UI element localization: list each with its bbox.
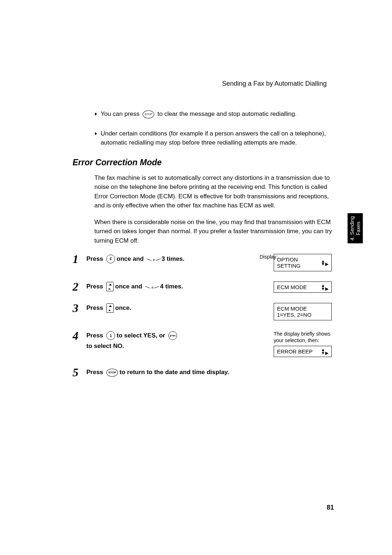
step-instruction: Press F once and # 3 times. xyxy=(86,254,274,264)
step-row: 3 Press once. ECM MODE 1=YES, 2=NO xyxy=(73,303,334,320)
step-text: once and xyxy=(115,281,142,292)
nav-arrows-icon: ▲▼▶ xyxy=(321,284,328,290)
section-title: Error Correction Mode xyxy=(73,158,334,167)
side-tab: 4. SendingFaxes xyxy=(348,213,363,243)
step-text: once. xyxy=(115,303,131,313)
bullet-list: ♦ You can press STOP to clear the messag… xyxy=(94,109,334,147)
bullet-item: ♦ You can press STOP to clear the messag… xyxy=(94,109,334,119)
arrow-key-icon xyxy=(106,282,114,291)
step-number: 5 xyxy=(73,366,86,378)
display-label: Display: xyxy=(260,254,278,260)
step-instruction: Press 1 to select YES, or 2ABC to select… xyxy=(86,331,195,352)
step-row: 5 Press STOP to return to the date and t… xyxy=(73,367,334,378)
steps-list: 1 Press F once and # 3 times. Display: O… xyxy=(73,254,334,378)
body-paragraph: The fax machine is set to automatically … xyxy=(94,173,334,210)
display-text: ECM MODE xyxy=(277,284,307,290)
step-instruction: Press STOP to return to the date and tim… xyxy=(86,367,334,378)
body-paragraph: When there is considerable noise on the … xyxy=(94,218,334,246)
display-text: OPTION SETTING xyxy=(277,256,321,269)
display-text: ERROR BEEP xyxy=(277,348,313,355)
section-header: Sending a Fax by Automatic Dialling xyxy=(73,80,334,88)
step-instruction: Press once. xyxy=(86,303,274,313)
step-instruction: Press once and # 4 times. xyxy=(86,281,274,292)
display-screen: ECM MODE ▲▼▶ xyxy=(274,281,332,293)
f-key-icon: F xyxy=(106,255,115,263)
step-text: Press xyxy=(86,303,103,313)
bullet-item: ♦ Under certain conditions (for example … xyxy=(94,129,334,147)
display-text: ECM MODE xyxy=(277,305,307,312)
arrow-key-icon xyxy=(106,303,114,313)
step-text: Press xyxy=(86,281,103,292)
step-text: Press xyxy=(86,367,103,378)
step-number: 3 xyxy=(73,302,86,314)
step-row: 1 Press F once and # 3 times. Display: O… xyxy=(73,254,334,271)
bullet-text: Under certain conditions (for example if… xyxy=(101,129,334,147)
one-key-icon: 1 xyxy=(106,331,115,340)
step-text: 4 times. xyxy=(160,281,183,292)
two-key-icon: 2ABC xyxy=(168,331,177,340)
hash-key-icon: # xyxy=(147,254,160,264)
hash-key-icon: # xyxy=(145,282,159,291)
display-screen: ECM MODE 1=YES, 2=NO xyxy=(274,303,332,320)
page-number: 81 xyxy=(327,504,334,511)
step-text: once and xyxy=(117,254,144,264)
step-text: 3 times. xyxy=(162,254,184,264)
stop-icon: STOP xyxy=(143,110,154,118)
bullet-text-pre: You can press xyxy=(101,110,141,117)
step-number: 4 xyxy=(73,330,86,341)
step-text: Press xyxy=(86,254,103,264)
step-row: 4 Press 1 to select YES, or 2ABC to sele… xyxy=(73,331,334,357)
bullet-icon: ♦ xyxy=(94,130,97,137)
step-text: to return to the date and time display. xyxy=(119,367,229,378)
bullet-icon: ♦ xyxy=(94,110,97,118)
nav-arrows-icon: ▲▼▶ xyxy=(321,260,328,266)
step-text: Press xyxy=(86,331,103,341)
step-row: 2 Press once and # 4 times. ECM MODE ▲▼▶ xyxy=(73,281,334,293)
nav-arrows-icon: ▲▼▶ xyxy=(321,348,328,355)
display-screen: ERROR BEEP ▲▼▶ xyxy=(274,346,332,357)
stop-key-icon: STOP xyxy=(106,369,118,377)
step-text: to select YES, or xyxy=(117,331,165,341)
step-number: 2 xyxy=(73,281,86,292)
bullet-text-post: to clear the message and stop automatic … xyxy=(158,110,297,117)
display-screen: OPTION SETTING ▲▼▶ xyxy=(274,254,332,271)
display-note: The display briefly shows your selection… xyxy=(274,331,334,344)
step-number: 1 xyxy=(73,253,86,265)
display-subtext: 1=YES, 2=NO xyxy=(277,312,311,318)
step-text: to select NO. xyxy=(86,341,124,352)
